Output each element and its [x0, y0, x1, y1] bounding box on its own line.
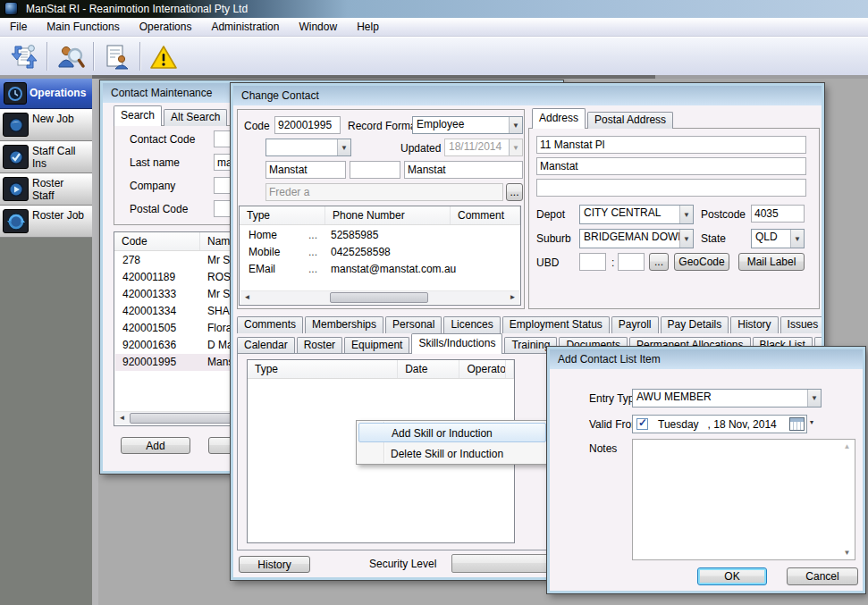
tab-postal-address[interactable]: Postal Address	[587, 112, 673, 129]
address-line3-input[interactable]	[536, 179, 806, 197]
valid-date-picker[interactable]: ✓ Tuesday , 18 Nov, 2014	[632, 415, 807, 433]
address-line1-input[interactable]	[536, 136, 806, 154]
menu-operations[interactable]: Operations	[130, 18, 202, 37]
scroll-up-icon[interactable]: ▲	[840, 442, 854, 450]
find-person-icon	[56, 43, 85, 71]
tab-comments[interactable]: Comments	[237, 316, 303, 333]
tab-payroll[interactable]: Payroll	[611, 316, 659, 333]
tab-skills-inductions[interactable]: Skills/Inductions	[411, 333, 502, 354]
sidebar-group-operations[interactable]: Operations	[0, 79, 92, 109]
scroll-left-icon[interactable]: ◄	[240, 291, 254, 304]
tab-calendar[interactable]: Calendar	[237, 337, 295, 354]
ubd-map-input[interactable]	[579, 253, 606, 271]
context-menu: Add Skill or Induction Delete Skill or I…	[356, 420, 547, 465]
notes-textarea[interactable]: ▲ ▼	[632, 439, 855, 560]
tab-employment-status[interactable]: Employment Status	[502, 316, 610, 333]
add-contact-button[interactable]: Add	[121, 437, 190, 454]
contact-code-label: Contact Code	[130, 133, 195, 146]
scroll-left-icon[interactable]: ◄	[115, 412, 129, 424]
cell-code: 920001636	[122, 339, 176, 351]
menu-window[interactable]: Window	[289, 18, 347, 37]
name-browse-button[interactable]: ...	[506, 183, 523, 201]
dropdown-arrow-icon: ▼	[790, 230, 804, 248]
menu-help[interactable]: Help	[347, 18, 389, 37]
tab-memberships[interactable]: Memberships	[305, 316, 383, 333]
sidebar-item-new-job[interactable]: New Job	[0, 109, 92, 141]
contact-report-icon	[103, 43, 131, 71]
tab-personal[interactable]: Personal	[385, 316, 442, 333]
surname-input[interactable]	[404, 161, 523, 179]
first-name-input[interactable]	[265, 161, 346, 179]
code-input[interactable]	[274, 116, 341, 134]
geocode-button[interactable]: GeoCode	[674, 253, 729, 271]
phone-list: Type Phone Number Comment Home...5258598…	[239, 206, 521, 306]
menu-item-add-skill[interactable]: Add Skill or Induction	[358, 423, 546, 442]
history-button[interactable]: History	[239, 556, 310, 573]
menu-item-delete-skill[interactable]: Delete Skill or Induction	[358, 444, 546, 464]
sidebar-item-roster-staff[interactable]: Roster Staff	[0, 173, 92, 206]
security-level-dropdown[interactable]	[451, 554, 557, 573]
column-header-type[interactable]: Type	[248, 360, 398, 378]
phone-row[interactable]: Mobile...0425258598	[240, 244, 519, 261]
sidebar-item-staff-call-ins[interactable]: Staff Call Ins	[0, 141, 92, 173]
column-header-type[interactable]: Type	[240, 206, 325, 224]
calendar-icon[interactable]	[789, 417, 805, 431]
postcode-input[interactable]	[751, 205, 805, 223]
tab-equipment[interactable]: Equipment	[344, 337, 409, 354]
valid-checkbox[interactable]: ✓	[636, 418, 648, 430]
tab-issues[interactable]: Issues	[780, 316, 822, 333]
address-tabs: Address Postal Address	[532, 108, 675, 129]
sidebar-item-label: Roster Job	[32, 209, 88, 222]
suburb-label: Suburb	[536, 232, 571, 245]
tab-search[interactable]: Search	[114, 105, 162, 126]
ubd-browse-button[interactable]: ...	[649, 253, 669, 271]
column-header-code[interactable]: Code	[114, 232, 200, 250]
column-header-number[interactable]: Phone Number	[325, 206, 451, 224]
sync-contacts-button[interactable]	[5, 41, 43, 73]
sidebar-group-label: Operations	[29, 87, 86, 99]
tab-address[interactable]: Address	[532, 108, 586, 129]
tab-alt-search[interactable]: Alt Search	[164, 109, 227, 126]
scrollbar-thumb[interactable]	[330, 292, 428, 303]
menu-main-functions[interactable]: Main Functions	[37, 18, 129, 37]
find-person-button[interactable]	[52, 41, 89, 73]
state-dropdown[interactable]: QLD ▼	[751, 229, 805, 248]
tab-history[interactable]: History	[730, 316, 778, 333]
record-format-dropdown[interactable]: Employee ▼	[412, 116, 523, 134]
column-header-operator[interactable]: Operator	[459, 360, 506, 378]
sidebar-item-roster-job[interactable]: Roster Job	[0, 206, 92, 238]
phone-row[interactable]: Home...52585985	[240, 227, 519, 244]
contact-report-button[interactable]	[98, 41, 136, 73]
depot-dropdown[interactable]: CITY CENTRAL ▼	[579, 205, 694, 224]
record-format-value: Employee	[413, 117, 509, 133]
tab-roster[interactable]: Roster	[297, 337, 342, 354]
tab-pay-details[interactable]: Pay Details	[661, 316, 729, 333]
cell-code: 420001505	[122, 322, 176, 334]
entry-type-dropdown[interactable]: AWU MEMBER ▼	[632, 389, 822, 408]
warning-button[interactable]	[145, 41, 182, 73]
toolbar	[0, 37, 868, 75]
mail-label-button[interactable]: Mail Label	[738, 253, 805, 271]
cancel-button[interactable]: Cancel	[787, 567, 858, 585]
middle-name-input[interactable]	[350, 161, 400, 179]
scroll-right-icon[interactable]: ►	[506, 291, 519, 304]
phone-list-hscrollbar[interactable]: ◄ ►	[240, 290, 519, 304]
change-contact-titlebar[interactable]: Change Contact	[233, 86, 822, 105]
suburb-dropdown[interactable]: BRIDGEMAN DOWNS ▼	[579, 229, 694, 248]
menu-administration[interactable]: Administration	[201, 18, 289, 37]
column-header-comment[interactable]: Comment	[451, 206, 520, 224]
add-dialog-titlebar[interactable]: Add Contact List Item	[550, 349, 863, 369]
mdi-left-edge	[92, 79, 98, 605]
sidebar: Operations New Job Staff Call Ins Roster…	[0, 79, 92, 605]
ubd-ref-input[interactable]	[618, 253, 645, 271]
ok-button[interactable]: OK	[697, 567, 767, 585]
date-dropdown-arrow-icon[interactable]: ▾	[810, 418, 813, 426]
menu-file[interactable]: File	[0, 18, 37, 37]
title-dropdown[interactable]: ▼	[265, 139, 351, 156]
notes-label: Notes	[589, 442, 617, 455]
scroll-down-icon[interactable]: ▼	[840, 549, 854, 557]
tab-licences[interactable]: Licences	[443, 316, 500, 333]
address-line2-input[interactable]	[536, 157, 806, 175]
phone-row[interactable]: EMail...manstat@manstat.com.au	[240, 261, 519, 278]
column-header-date[interactable]: Date	[398, 360, 459, 378]
